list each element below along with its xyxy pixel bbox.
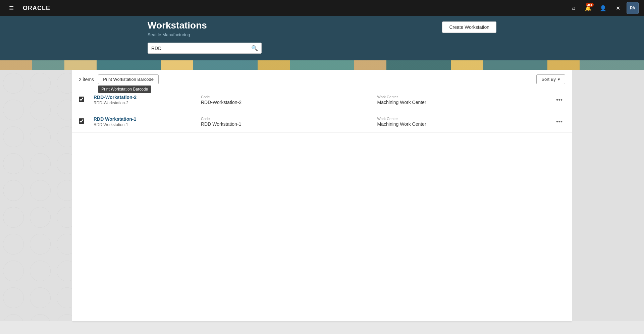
row-1-workcenter-value: Machining Work Center	[377, 100, 547, 105]
list-controls-left: 2 items Print Workstation Barcode Print …	[79, 74, 159, 84]
accessibility-button[interactable]: 👤	[597, 2, 609, 14]
row-2-main: RDD Workstation-1 RDD Workstation-1	[94, 116, 194, 127]
print-workstation-barcode-button[interactable]: Print Workstation Barcode	[98, 74, 159, 84]
checkbox-col-2	[79, 118, 87, 125]
row-2-workcenter-label: Work Center	[377, 117, 547, 121]
row-2-code-field: Code RDD Workstation-1	[201, 117, 371, 127]
workstation-list: RDD-Workstation-2 RDD-Workstation-2 Code…	[72, 89, 572, 133]
settings-button[interactable]: ✕	[612, 2, 624, 14]
page-title: Workstations	[148, 20, 207, 31]
home-button[interactable]: ⌂	[568, 2, 580, 14]
nav-right: ⌂ 🔔 283 👤 ✕ PA	[568, 2, 639, 14]
row-2-actions: •••	[553, 117, 565, 127]
row-1-workcenter-field: Work Center Machining Work Center	[377, 95, 547, 105]
row-1-code-field: Code RDD-Workstation-2	[201, 95, 371, 105]
row-1-more-button[interactable]: •••	[553, 95, 565, 105]
user-avatar-button[interactable]: PA	[627, 2, 639, 14]
row-1-name[interactable]: RDD-Workstation-2	[94, 95, 194, 100]
print-button-container: Print Workstation Barcode Print Workstat…	[98, 74, 159, 84]
row-2-workcenter-value: Machining Work Center	[377, 121, 547, 127]
person-icon: 👤	[600, 5, 606, 11]
notification-badge: 283	[586, 3, 594, 7]
right-background	[572, 70, 644, 321]
top-navigation: ☰ ORACLE ⌂ 🔔 283 👤 ✕ PA	[0, 0, 644, 16]
list-controls: 2 items Print Workstation Barcode Print …	[72, 70, 572, 89]
row-2-code-label: Code	[201, 117, 371, 121]
row-1-main: RDD-Workstation-2 RDD-Workstation-2	[94, 95, 194, 105]
search-input[interactable]	[151, 46, 251, 51]
search-box: 🔍	[148, 43, 262, 54]
row-1-code-label: Code	[201, 95, 371, 99]
left-background	[0, 70, 72, 321]
left-bg-pattern	[0, 70, 72, 321]
items-count-label: 2 items	[79, 77, 94, 82]
search-wrapper: 🔍	[141, 43, 503, 54]
row-2-more-button[interactable]: •••	[553, 117, 565, 127]
sort-by-button[interactable]: Sort By ▾	[536, 74, 565, 84]
header-content: Workstations Seattle Manufacturing Creat…	[141, 20, 503, 37]
row-1-code-value: RDD-Workstation-2	[201, 100, 371, 105]
home-icon: ⌂	[572, 5, 575, 11]
oracle-logo: ORACLE	[23, 5, 50, 12]
sort-chevron-icon: ▾	[558, 77, 560, 82]
print-tooltip: Print Workstation Barcode	[98, 86, 151, 93]
notifications-button[interactable]: 🔔 283	[582, 2, 594, 14]
row-2-code-value: RDD Workstation-1	[201, 121, 371, 127]
row-1-sub: RDD-Workstation-2	[94, 101, 194, 105]
create-workstation-button[interactable]: Create Workstation	[442, 21, 496, 33]
sort-by-label: Sort By	[541, 77, 556, 82]
nav-left: ☰ ORACLE	[5, 2, 50, 14]
checkbox-col-1	[79, 97, 87, 103]
hamburger-menu-button[interactable]: ☰	[5, 2, 17, 14]
row-2-checkbox[interactable]	[79, 118, 84, 124]
row-1-checkbox[interactable]	[79, 97, 84, 102]
row-2-name[interactable]: RDD Workstation-1	[94, 116, 194, 122]
hamburger-icon: ☰	[9, 5, 14, 11]
main-wrapper: 2 items Print Workstation Barcode Print …	[0, 70, 644, 321]
decorative-banner	[0, 60, 644, 70]
row-2-sub: RDD Workstation-1	[94, 122, 194, 127]
content-panel: 2 items Print Workstation Barcode Print …	[72, 70, 572, 321]
search-icon[interactable]: 🔍	[251, 45, 258, 51]
table-row: RDD Workstation-1 RDD Workstation-1 Code…	[72, 111, 572, 133]
page-title-block: Workstations Seattle Manufacturing	[148, 20, 207, 37]
row-1-actions: •••	[553, 95, 565, 105]
row-2-workcenter-field: Work Center Machining Work Center	[377, 117, 547, 127]
gear-icon: ✕	[616, 5, 620, 11]
row-1-workcenter-label: Work Center	[377, 95, 547, 99]
page-subtitle: Seattle Manufacturing	[148, 32, 207, 37]
